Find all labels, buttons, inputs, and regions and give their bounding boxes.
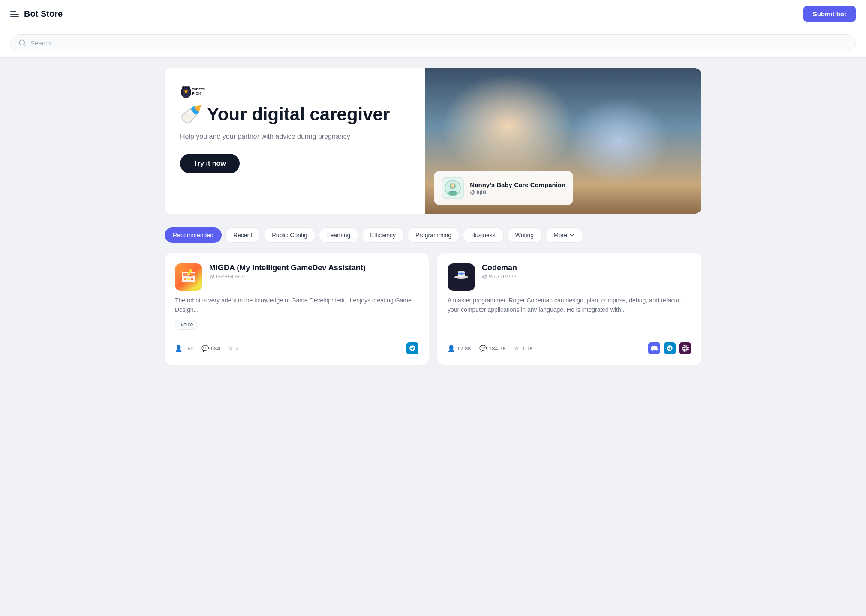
bot-footer-codeman: 👤 12.8K 💬 184.7K ☆ 1.1K — [448, 337, 691, 354]
bot-card-migda: MIGDA (My Intelligent GameDev Assistant)… — [165, 253, 429, 365]
svg-text:PICK: PICK — [192, 91, 201, 96]
star-icon: ☆ — [228, 345, 233, 352]
svg-rect-62 — [615, 190, 664, 214]
bot-card-header-migda: MIGDA (My Intelligent GameDev Assistant)… — [175, 263, 418, 291]
svg-rect-39 — [566, 145, 574, 155]
svg-rect-11 — [666, 68, 701, 214]
hero-description: Help you and your partner with advice du… — [180, 132, 410, 142]
bot-name-migda: MIGDA (My Intelligent GameDev Assistant) — [209, 263, 366, 272]
menu-icon[interactable] — [10, 11, 19, 17]
svg-rect-21 — [643, 92, 679, 119]
bots-grid: MIGDA (My Intelligent GameDev Assistant)… — [165, 253, 701, 365]
users-icon: 👤 — [175, 345, 182, 352]
tab-learning[interactable]: Learning — [319, 227, 359, 243]
svg-point-80 — [187, 278, 190, 280]
bot-card-header-codeman: Codeman @ wayum999 — [448, 263, 691, 291]
tab-business[interactable]: Business — [463, 227, 504, 243]
hero-overlay-card: Nanny's Baby Care Companion @ tqbit — [434, 171, 573, 205]
hero-emoji: 🍼 — [180, 104, 202, 124]
stat-messages-codeman: 💬 184.7K — [479, 345, 506, 352]
search-container — [0, 28, 866, 58]
svg-point-18 — [623, 131, 630, 138]
star-icon-codeman: ☆ — [514, 345, 520, 352]
bot-info-migda: MIGDA (My Intelligent GameDev Assistant)… — [209, 263, 366, 280]
search-icon — [18, 39, 26, 47]
bot-platforms-migda — [406, 342, 418, 354]
discord-icon[interactable] — [648, 342, 660, 354]
bot-name-codeman: Codeman — [482, 263, 518, 272]
svg-point-15 — [457, 145, 510, 163]
svg-point-27 — [496, 114, 532, 154]
stat-messages-migda: 💬 684 — [201, 345, 220, 352]
svg-point-70 — [607, 113, 609, 115]
stat-users-codeman: 👤 12.8K — [448, 345, 472, 352]
bot-avatar-codeman — [448, 263, 475, 291]
svg-rect-17 — [626, 137, 635, 147]
tab-more[interactable]: More — [545, 227, 583, 243]
app-header: Bot Store Submit bot — [0, 0, 866, 28]
svg-text:TODAY'S: TODAY'S — [192, 88, 205, 91]
chevron-down-icon — [569, 232, 575, 238]
svg-rect-56 — [633, 148, 645, 160]
svg-point-57 — [620, 119, 658, 158]
hero-image-area: ♥ Nanny's Baby Care Companion — [425, 68, 701, 214]
slack-icon[interactable] — [679, 342, 691, 354]
tab-writing[interactable]: Writing — [507, 227, 542, 243]
tab-public-config[interactable]: Public Config — [264, 227, 316, 243]
svg-point-43 — [560, 132, 568, 141]
filter-tabs: Recommended Recent Public Config Learnin… — [165, 227, 701, 243]
header-left: Bot Store — [10, 9, 63, 19]
tab-recommended[interactable]: Recommended — [165, 227, 222, 243]
svg-point-12 — [475, 68, 653, 163]
svg-point-46 — [574, 134, 579, 139]
bot-tags-migda: Voice — [175, 320, 418, 330]
svg-point-40 — [556, 124, 584, 152]
search-bar — [10, 34, 856, 51]
try-it-now-button[interactable]: Try it now — [180, 154, 240, 173]
svg-point-53 — [553, 139, 563, 148]
stat-stars-codeman: ☆ 1.1K — [514, 345, 533, 352]
svg-rect-16 — [617, 145, 653, 176]
svg-point-36 — [558, 125, 613, 167]
svg-point-68 — [589, 105, 591, 106]
svg-point-48 — [575, 136, 578, 139]
svg-line-1 — [24, 44, 25, 45]
svg-point-55 — [612, 161, 666, 210]
messages-icon-codeman: 💬 — [479, 345, 487, 352]
bot-stats-codeman: 👤 12.8K 💬 184.7K ☆ 1.1K — [448, 345, 533, 352]
telegram-icon[interactable] — [406, 342, 418, 354]
svg-point-51 — [556, 138, 564, 146]
svg-point-61 — [644, 135, 648, 140]
tab-recent[interactable]: Recent — [225, 227, 260, 243]
svg-point-45 — [562, 134, 567, 139]
tab-programming[interactable]: Programming — [407, 227, 460, 243]
messages-icon: 💬 — [201, 345, 209, 352]
bot-footer-migda: 👤 160 💬 684 ☆ 2 — [175, 337, 418, 354]
svg-point-81 — [191, 278, 193, 280]
bot-info-codeman: Codeman @ wayum999 — [482, 263, 518, 280]
tab-efficiency[interactable]: Efficiency — [362, 227, 404, 243]
hero-title: 🍼 Your digital caregiver — [180, 104, 410, 125]
hero-section: TODAY'S PICK 🍼 Your digital caregiver He… — [165, 68, 701, 214]
svg-rect-22 — [645, 94, 677, 117]
svg-point-20 — [630, 132, 637, 138]
bot-stats-migda: 👤 160 💬 684 ☆ 2 — [175, 345, 239, 352]
svg-point-19 — [628, 130, 633, 135]
bot-avatar-migda — [175, 263, 202, 291]
overlay-bot-handle: @ tqbit — [470, 189, 565, 195]
hero-left: TODAY'S PICK 🍼 Your digital caregiver He… — [165, 68, 425, 214]
submit-bot-button[interactable]: Submit bot — [803, 6, 856, 22]
svg-text:♥: ♥ — [568, 111, 572, 118]
svg-point-32 — [519, 129, 523, 133]
stat-users-migda: 👤 160 — [175, 345, 194, 352]
bot-description-codeman: A master programmer, Roger Codeman can d… — [448, 296, 691, 325]
svg-point-35 — [529, 125, 584, 167]
telegram-icon-codeman[interactable] — [664, 342, 676, 354]
bot-card-codeman: Codeman @ wayum999 A master programmer, … — [437, 253, 701, 365]
search-input[interactable] — [30, 39, 848, 47]
users-icon-codeman: 👤 — [448, 345, 455, 352]
tag-voice: Voice — [175, 320, 198, 330]
svg-point-31 — [505, 129, 510, 133]
svg-point-67 — [553, 108, 556, 111]
svg-point-79 — [184, 278, 186, 280]
